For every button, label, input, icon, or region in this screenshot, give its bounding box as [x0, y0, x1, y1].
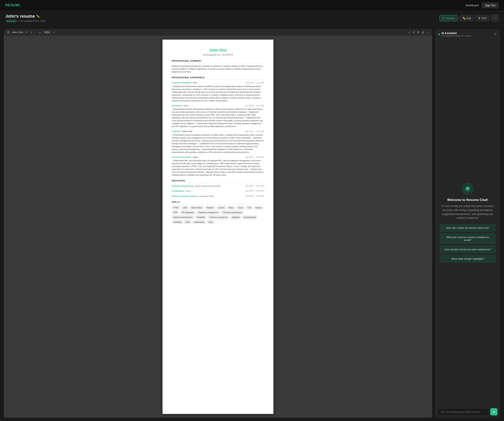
- zoom-value: 80%: [43, 31, 51, 34]
- job-date-3: Jan 2021 — Jun 2022: [246, 130, 264, 133]
- ai-status-dot: [438, 33, 440, 35]
- experience-entry-1: Customer Relations • Ikea Feb 2012 — Jul…: [172, 81, 264, 102]
- chat-suggestion-button[interactable]: How should I format my work experience?: [440, 245, 496, 253]
- logo: RESUMI.: [5, 3, 21, 7]
- skill-tag: Statamic: [205, 206, 216, 210]
- chat-panel: AI Assistant Ask questions about the res…: [435, 29, 500, 418]
- page-meta: Private Last updated Feb 8, 2025: [5, 19, 45, 23]
- sign-out-button[interactable]: Sign Out: [482, 2, 499, 8]
- experience-title: PROFESSIONAL EXPERIENCE: [172, 76, 264, 80]
- toolbar-right: 👁 Preview ✏️ Edit ⬇ PDF ⋯: [439, 15, 499, 22]
- rotate-button[interactable]: ↺: [413, 31, 415, 34]
- preview-button[interactable]: 👁 Preview: [439, 15, 458, 21]
- skill-tag: API integration: [180, 210, 196, 214]
- skill-tag: Scalability: [195, 215, 207, 219]
- chat-delete-button[interactable]: 🗑: [494, 32, 497, 36]
- job-body-4: - Collaborated with cross-functional tea…: [172, 159, 264, 177]
- skill-tag: reqw: [207, 220, 215, 224]
- edit-title-icon[interactable]: ✏️: [36, 15, 40, 18]
- chat-welcome-text: I'm here to help you create the perfect …: [440, 204, 496, 220]
- pdf-button[interactable]: ⬇ PDF: [475, 15, 489, 21]
- job-date-4: Jun 2021 — Feb 2024: [245, 156, 264, 159]
- chat-subtitle: Ask questions about the resume: [441, 35, 471, 37]
- send-icon: ➤: [493, 410, 495, 414]
- chat-suggestion-button[interactable]: What skills should I highlight?: [440, 255, 496, 263]
- more-options-button[interactable]: ⋯: [491, 15, 499, 22]
- page-title: John's resume ✏️: [5, 14, 45, 19]
- edu-title-2: Certification: [172, 190, 184, 192]
- job-title-1: Customer Relations: [172, 81, 192, 84]
- edu-date-2: Jan 2024 — Feb 2024: [245, 189, 264, 193]
- pdf-zoom: — 80% +: [37, 31, 56, 34]
- skill-tag: fweq: [184, 220, 191, 224]
- skills-title: SKILLS: [172, 200, 264, 204]
- skill-tag: Node.js: [254, 206, 264, 210]
- skill-tag: Database management: [197, 210, 220, 214]
- experience-entry-2: Developer • Cube Feb 2023 — Jan 2025 - S…: [172, 104, 264, 128]
- skills-container: HTMLCMSReact NativeStatamicLaravelReactV…: [172, 206, 264, 224]
- nav-right: Dashboard Sign Out: [466, 2, 499, 8]
- edu-date-3: Feb 2024 — Jan 2025: [245, 195, 264, 198]
- experience-entry-3: Logistics • Albert Heijn Jan 2021 — Jun …: [172, 130, 264, 154]
- download-icon: ⬇: [478, 17, 480, 20]
- skill-tag: React: [227, 206, 235, 210]
- skill-tag: Customer experience: [208, 215, 229, 219]
- chat-body: Welcome to Resume Chat! I'm here to help…: [435, 40, 500, 406]
- zoom-in-button[interactable]: +: [52, 31, 56, 34]
- job-title-4: Frontend developer: [172, 156, 191, 158]
- summary-text: Experienced professional with over a dec…: [172, 65, 264, 73]
- experience-entry-4: Frontend developer • Apple Jun 2021 — Fe…: [172, 156, 264, 177]
- resume-document: John Doe johndoe@gmail.com • 0612345678 …: [162, 40, 273, 414]
- chat-suggestion-button[interactable]: How can I make my resume stand out?: [440, 224, 496, 232]
- edu-date-1: Jan 2025 — Dec 2025: [245, 184, 264, 188]
- main-content: ☰ index.html 1 / 1 | — 80% + ⤢ ↺ ⬇ 🖨: [0, 25, 504, 421]
- skill-tag: CSS: [246, 206, 253, 210]
- pdf-content: John Doe johndoe@gmail.com • 0612345678 …: [4, 36, 432, 418]
- chat-bubble-icon: [465, 186, 471, 192]
- zoom-out-button[interactable]: —: [37, 31, 42, 34]
- skill-tag: Backend development: [172, 215, 194, 219]
- hamburger-icon[interactable]: ☰: [7, 31, 10, 34]
- skill-tag: React Native: [189, 206, 204, 210]
- skill-tag: fewqfewqfewq: [242, 215, 258, 219]
- skill-tag: Full-stack development: [221, 210, 244, 214]
- dashboard-link[interactable]: Dashboard: [466, 4, 479, 7]
- chat-suggestion-button[interactable]: What are common resume mistakes to avoid…: [440, 233, 496, 244]
- fullscreen-button[interactable]: ⤢: [408, 31, 411, 34]
- job-body-1: - Designed and implemented customer feed…: [172, 85, 264, 102]
- eye-icon: 👁: [442, 17, 445, 20]
- professional-summary-title: PROFESSIONAL SUMMARY: [172, 59, 264, 63]
- skill-tag: Laravel: [216, 206, 226, 210]
- skill-tag: fewqfweq: [172, 220, 183, 224]
- pdf-more-button[interactable]: ⋯: [426, 31, 429, 34]
- download-pdf-button[interactable]: ⬇: [417, 31, 420, 34]
- education-entry-3: Master Computer Science • University Twe…: [172, 195, 264, 198]
- job-title-3: Logistics: [172, 130, 181, 132]
- private-badge: Private: [5, 19, 18, 23]
- skill-tag: CMS: [181, 206, 189, 210]
- chat-input[interactable]: [438, 408, 489, 415]
- pdf-viewer: ☰ index.html 1 / 1 | — 80% + ⤢ ↺ ⬇ 🖨: [4, 29, 432, 418]
- skill-tag: PHP: [172, 210, 179, 214]
- print-button[interactable]: 🖨: [421, 31, 424, 34]
- chat-send-button[interactable]: ➤: [490, 408, 498, 415]
- job-date-1: Feb 2012 — Jul 2023: [246, 81, 264, 84]
- job-title-2: Developer: [172, 104, 182, 107]
- job-date-2: Feb 2023 — Jan 2025: [245, 104, 264, 107]
- chat-suggestions: How can I make my resume stand out?What …: [440, 224, 496, 263]
- page-title-area: John's resume ✏️ Private Last updated Fe…: [5, 14, 45, 23]
- edit-button[interactable]: ✏️ Edit: [459, 15, 474, 21]
- edu-title-1: Software Engineering: [172, 185, 193, 187]
- page-header: John's resume ✏️ Private Last updated Fe…: [0, 11, 504, 25]
- skill-tag: eqfeqwfq: [230, 215, 241, 219]
- pdf-pages: 1 / 1: [25, 31, 32, 34]
- pdf-toolbar: ☰ index.html 1 / 1 | — 80% + ⤢ ↺ ⬇ 🖨: [4, 29, 432, 36]
- edu-title-3: Master Computer Science: [172, 195, 198, 197]
- education-entry-2: Certification • Vue.js Jan 2024 — Feb 20…: [172, 189, 264, 193]
- skill-tag: Vue.js: [236, 206, 245, 210]
- job-body-3: - Orchestrated end-to-end logistics oper…: [172, 134, 264, 154]
- pencil-icon: ✏️: [462, 17, 466, 20]
- education-entry-1: Software Engineering • Saxion Hogeschool…: [172, 184, 264, 188]
- education-title: EDUCATION: [172, 179, 264, 183]
- pdf-toolbar-right: ⤢ ↺ ⬇ 🖨 ⋯: [408, 31, 429, 34]
